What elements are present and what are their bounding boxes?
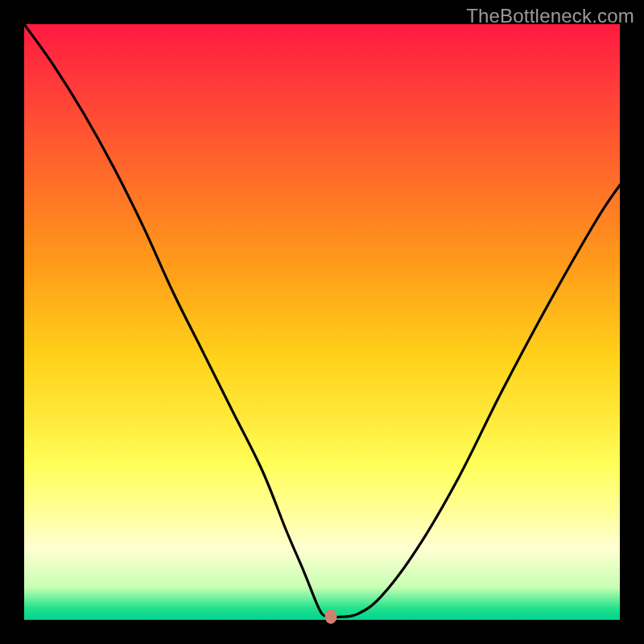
plot-area <box>24 24 620 620</box>
chart-container: TheBottleneck.com <box>0 0 644 644</box>
bottleneck-curve <box>24 24 620 620</box>
curve-minimum-marker <box>325 609 337 624</box>
